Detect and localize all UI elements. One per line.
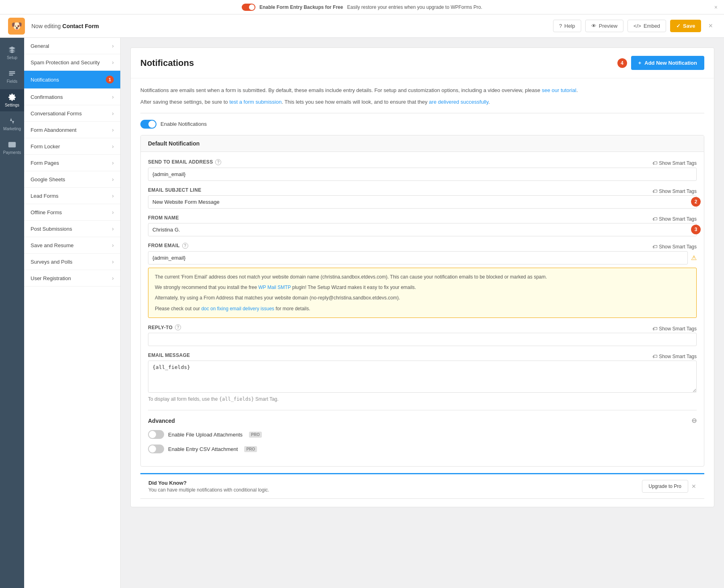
email-delivery-link[interactable]: doc on fixing email delivery issues <box>201 306 274 311</box>
email-message-textarea[interactable]: {all_fields} <box>148 361 697 393</box>
chevron-right-icon: › <box>112 127 114 133</box>
nav-item-google-sheets[interactable]: Google Sheets › <box>24 171 120 188</box>
nav-item-notifications[interactable]: Notifications 1 <box>24 71 120 89</box>
file-upload-toggle[interactable] <box>148 430 164 439</box>
embed-button[interactable]: </> Embed <box>627 20 666 32</box>
did-you-know-title: Did You Know? <box>148 480 269 486</box>
chevron-right-icon: › <box>112 209 114 215</box>
nav-item-lead-forms[interactable]: Lead Forms › <box>24 188 120 204</box>
wp-mail-smtp-link[interactable]: WP Mail SMTP <box>258 285 291 290</box>
reply-to-help-icon[interactable]: ? <box>175 324 181 330</box>
chevron-right-icon: › <box>112 258 114 265</box>
tag-icon: 🏷 <box>652 326 657 332</box>
enable-notifications-toggle[interactable] <box>140 120 156 129</box>
setup-icon <box>8 46 16 54</box>
marketing-icon <box>8 117 16 125</box>
nav-item-spam-protection[interactable]: Spam Protection and Security › <box>24 54 120 71</box>
nav-item-conversational-forms[interactable]: Conversational Forms › <box>24 105 120 122</box>
from-email-label: From Email ? <box>148 243 188 249</box>
collapse-icon[interactable]: ⊖ <box>691 417 697 424</box>
advanced-header[interactable]: Advanced ⊖ <box>148 417 697 424</box>
notifications-card: Notifications 4 + Add New Notification N… <box>130 47 714 507</box>
from-email-row: From Email ? 🏷 Show Smart Tags <box>148 243 697 318</box>
nav-item-offline-forms[interactable]: Offline Forms › <box>24 204 120 221</box>
tag-icon: 🏷 <box>652 160 657 166</box>
send-to-help-icon[interactable]: ? <box>215 159 221 165</box>
smart-tag-hint: To display all form fields, use the {all… <box>148 396 697 402</box>
tutorial-link[interactable]: see our tutorial <box>542 87 576 93</box>
header-bar: 🐶 Now editing Contact Form ? Help 👁 Prev… <box>0 14 724 38</box>
send-to-smart-tags[interactable]: 🏷 Show Smart Tags <box>652 160 697 166</box>
from-email-label-row: From Email ? 🏷 Show Smart Tags <box>148 243 697 251</box>
reply-to-input[interactable] <box>148 333 697 346</box>
icon-sidebar: Setup Fields Settings Marketing Payments <box>0 38 24 588</box>
nav-item-form-pages[interactable]: Form Pages › <box>24 155 120 171</box>
csv-attachment-toggle[interactable] <box>148 445 164 453</box>
email-message-label: Email Message <box>148 352 190 358</box>
sidebar-item-settings[interactable]: Settings <box>0 89 24 111</box>
from-name-input-wrapper: 3 <box>148 223 697 236</box>
sidebar-item-setup[interactable]: Setup <box>0 42 24 64</box>
nav-item-user-registration[interactable]: User Registration › <box>24 270 120 287</box>
nav-item-post-submissions[interactable]: Post Submissions › <box>24 221 120 237</box>
file-upload-label: Enable File Upload Attachments <box>168 432 243 438</box>
help-button[interactable]: ? Help <box>553 20 581 32</box>
nav-item-save-and-resume[interactable]: Save and Resume › <box>24 237 120 254</box>
subject-row: Email Subject Line 🏷 Show Smart Tags 2 <box>148 187 697 209</box>
from-name-badge: 3 <box>691 225 701 234</box>
reply-to-row: Reply-To ? 🏷 Show Smart Tags <box>148 324 697 346</box>
did-you-know-close-icon[interactable]: ✕ <box>691 483 696 490</box>
subject-input[interactable] <box>148 195 697 209</box>
info-text-2: After saving these settings, be sure to … <box>140 98 704 107</box>
settings-icon <box>8 93 16 101</box>
nav-item-surveys-polls[interactable]: Surveys and Polls › <box>24 254 120 270</box>
from-name-smart-tags[interactable]: 🏷 Show Smart Tags <box>652 216 697 222</box>
sidebar-item-fields[interactable]: Fields <box>0 66 24 88</box>
subject-smart-tags[interactable]: 🏷 Show Smart Tags <box>652 188 697 194</box>
from-email-help-icon[interactable]: ? <box>182 243 188 249</box>
from-name-row: From Name 🏷 Show Smart Tags 3 <box>148 215 697 236</box>
preview-button[interactable]: 👁 Preview <box>585 20 623 32</box>
send-to-label-row: Send To Email Address ? 🏷 Show Smart Tag… <box>148 159 697 168</box>
check-icon: ✓ <box>676 23 681 29</box>
topbar-promo-text: Easily restore your entries when you upg… <box>347 4 482 10</box>
nav-item-form-abandonment[interactable]: Form Abandonment › <box>24 122 120 138</box>
sidebar-item-marketing[interactable]: Marketing <box>0 113 24 135</box>
notifications-badge: 1 <box>106 76 114 84</box>
send-to-row: Send To Email Address ? 🏷 Show Smart Tag… <box>148 159 697 181</box>
from-name-input[interactable] <box>148 223 697 236</box>
test-submission-link[interactable]: test a form submission <box>229 99 282 105</box>
email-message-smart-tags[interactable]: 🏷 Show Smart Tags <box>652 354 697 359</box>
from-email-warning: The current 'From Email' address does no… <box>148 268 697 318</box>
chevron-right-icon: › <box>112 225 114 232</box>
email-message-label-row: Email Message 🏷 Show Smart Tags <box>148 352 697 361</box>
reply-to-smart-tags[interactable]: 🏷 Show Smart Tags <box>652 326 697 332</box>
topbar-toggle-label: Enable Form Entry Backups for Free <box>259 4 343 10</box>
info-text-1: Notifications are emails sent when a for… <box>140 86 704 95</box>
header-close-icon[interactable]: × <box>705 20 716 32</box>
chevron-right-icon: › <box>112 110 114 117</box>
code-icon: </> <box>634 23 641 29</box>
add-notification-area: 4 + Add New Notification <box>617 56 704 70</box>
chevron-right-icon: › <box>112 160 114 166</box>
send-to-input[interactable] <box>148 168 697 181</box>
from-email-smart-tags[interactable]: 🏷 Show Smart Tags <box>652 244 697 250</box>
content-area: Notifications 4 + Add New Notification N… <box>121 38 724 588</box>
email-message-row: Email Message 🏷 Show Smart Tags {all_fie… <box>148 352 697 402</box>
upgrade-to-pro-button[interactable]: Upgrade to Pro <box>642 480 688 493</box>
subject-label: Email Subject Line <box>148 187 202 193</box>
did-you-know-text: Did You Know? You can have multiple noti… <box>148 480 269 493</box>
delivered-link[interactable]: are delivered successfully <box>429 99 488 105</box>
topbar-close[interactable]: × <box>714 4 718 10</box>
tag-icon: 🏷 <box>652 244 657 250</box>
nav-item-general[interactable]: General › <box>24 38 120 54</box>
nav-item-form-locker[interactable]: Form Locker › <box>24 138 120 155</box>
add-notification-button[interactable]: + Add New Notification <box>631 56 704 70</box>
nav-item-confirmations[interactable]: Confirmations › <box>24 89 120 105</box>
entry-backup-toggle[interactable] <box>242 4 255 11</box>
from-email-input[interactable] <box>148 251 688 264</box>
sidebar-item-payments[interactable]: Payments <box>0 137 24 159</box>
enable-notifications-row: Enable Notifications <box>140 120 704 129</box>
chevron-right-icon: › <box>112 43 114 49</box>
save-button[interactable]: ✓ Save <box>670 20 701 32</box>
